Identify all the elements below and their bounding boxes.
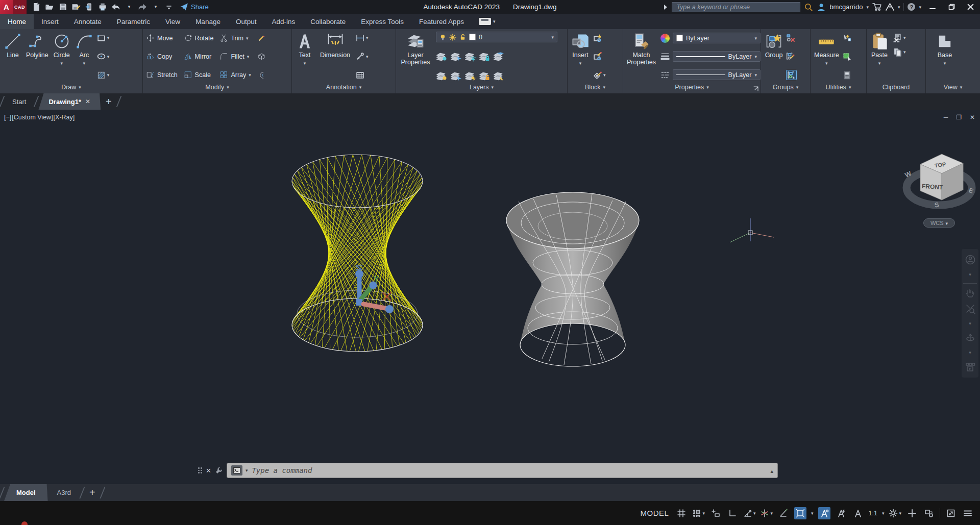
lineweight-icon[interactable] <box>660 52 670 61</box>
id-point-tool[interactable] <box>843 52 851 62</box>
pan-hand-icon[interactable] <box>965 288 976 299</box>
command-drag-handle[interactable] <box>198 467 202 473</box>
panel-label-annotation[interactable]: Annotation <box>292 81 396 93</box>
search-input[interactable] <box>672 2 800 12</box>
undo-dropdown[interactable] <box>124 2 135 13</box>
panel-label-layers[interactable]: Layers <box>396 81 567 93</box>
cut-tool[interactable] <box>893 33 906 43</box>
circle-dropdown[interactable] <box>61 60 63 67</box>
paste-button[interactable]: Paste <box>870 32 889 81</box>
cart-icon[interactable] <box>872 3 882 11</box>
layer-isolate-icon[interactable] <box>450 52 462 62</box>
array-dropdown[interactable] <box>249 71 251 79</box>
circle-tool[interactable]: Circle <box>52 32 71 81</box>
isolate-objects-button[interactable] <box>923 507 935 519</box>
help-dropdown[interactable] <box>919 3 921 11</box>
autodesk-menu-dropdown[interactable] <box>898 3 900 11</box>
layer-properties-button[interactable]: Layer Properties <box>399 32 432 81</box>
viewport-view-control[interactable]: [Custom View] <box>12 114 53 121</box>
ucs-gizmo[interactable] <box>355 266 394 313</box>
panel-label-draw[interactable]: Draw <box>0 81 142 93</box>
panel-label-block[interactable]: Block <box>568 81 623 93</box>
autodesk-logo-icon[interactable] <box>886 3 894 11</box>
panel-label-view[interactable]: View <box>926 81 980 93</box>
new-layout-button[interactable]: + <box>84 484 101 501</box>
help-icon[interactable]: ? <box>908 3 915 11</box>
properties-dialog-launcher[interactable] <box>753 86 758 91</box>
ungroup-tool[interactable] <box>786 33 797 43</box>
linear-dimension-dropdown[interactable] <box>366 33 369 42</box>
ribbon-minimize-dropdown[interactable] <box>493 18 496 26</box>
layer-on-tool-icon[interactable] <box>436 71 448 81</box>
dimension-tool[interactable]: Dimension <box>320 32 351 81</box>
polar-dropdown[interactable] <box>753 509 756 518</box>
object-color-dropdown[interactable]: ByLayer <box>673 33 761 43</box>
annotation-scale-value[interactable]: 1:1 <box>869 510 877 517</box>
panel-label-modify[interactable]: Modify <box>143 81 291 93</box>
file-tab-start[interactable]: Start <box>4 93 34 110</box>
tab-featured-apps[interactable]: Featured Apps <box>411 14 472 29</box>
customization-menu-button[interactable] <box>962 507 974 519</box>
copy-tool[interactable]: Copy <box>146 51 178 62</box>
insert-dropdown[interactable] <box>579 60 582 67</box>
tab-parametric[interactable]: Parametric <box>109 14 158 29</box>
rectangle-dropdown[interactable] <box>107 33 110 42</box>
command-options-caret[interactable] <box>246 466 248 475</box>
user-menu-dropdown[interactable] <box>866 3 869 11</box>
quick-calculator-tool[interactable] <box>843 70 851 80</box>
panel-label-clipboard[interactable]: Clipboard <box>867 81 925 93</box>
isodraft-toggle[interactable] <box>760 507 773 519</box>
trim-tool[interactable]: Trim <box>219 33 251 43</box>
color-wheel-icon[interactable] <box>660 34 670 43</box>
layer-thaw-tool-icon[interactable] <box>464 71 477 81</box>
rotate-tool[interactable]: Rotate <box>184 33 214 43</box>
layer-lock-icon[interactable] <box>479 52 491 62</box>
object-snap-toggle[interactable] <box>794 507 806 519</box>
command-bar[interactable] <box>227 463 778 478</box>
viewcube[interactable]: W S E TOP FRONT WCS <box>901 143 977 232</box>
grid-display-toggle[interactable] <box>675 507 688 519</box>
viewcube-wcs-menu[interactable]: WCS <box>923 218 955 228</box>
lineweight-dropdown[interactable]: ByLayer <box>673 51 761 62</box>
redo-dropdown[interactable] <box>150 2 161 13</box>
viewcube-cube[interactable]: TOP FRONT <box>920 154 963 200</box>
save-to-mobile-button[interactable] <box>84 2 95 13</box>
share-button[interactable]: Share <box>180 3 209 11</box>
group-button[interactable]: Group <box>764 32 783 81</box>
viewport-minimize-control[interactable]: [−] <box>4 114 11 121</box>
save-as-button[interactable] <box>70 2 82 13</box>
tab-view[interactable]: View <box>158 14 188 29</box>
leader-dropdown[interactable] <box>366 52 369 61</box>
group-edit-tool[interactable] <box>786 52 797 62</box>
text-dropdown[interactable] <box>304 60 306 67</box>
orbit-dropdown[interactable] <box>969 347 971 357</box>
linetype-dropdown[interactable]: ByLayer <box>673 69 761 80</box>
mirror-tool[interactable]: Mirror <box>184 51 214 62</box>
annotation-visibility-toggle[interactable] <box>818 507 830 519</box>
ellipse-tool[interactable] <box>97 52 110 62</box>
zoom-extents-icon[interactable] <box>965 303 976 314</box>
attributes-dropdown[interactable] <box>603 70 606 80</box>
isodraft-dropdown[interactable] <box>770 509 773 518</box>
snap-dropdown[interactable] <box>702 509 705 518</box>
panel-label-groups[interactable]: Groups <box>761 81 810 93</box>
edit-attributes-tool[interactable] <box>593 70 606 80</box>
arc-dropdown[interactable] <box>83 60 86 67</box>
search-expand-icon[interactable] <box>663 4 668 10</box>
restore-window-button[interactable] <box>944 0 959 14</box>
search-icon[interactable] <box>804 3 813 12</box>
drawing-canvas[interactable] <box>0 110 980 484</box>
viewport-restore-icon[interactable]: ❐ <box>956 114 962 121</box>
tab-express-tools[interactable]: Express Tools <box>353 14 411 29</box>
snap-mode-toggle[interactable] <box>692 507 705 519</box>
command-history-caret[interactable] <box>770 466 773 475</box>
layer-select-dropdown[interactable]: 0 <box>436 32 557 42</box>
layer-freeze-icon[interactable] <box>464 52 477 62</box>
layout-tab-a3rd[interactable]: A3rd <box>48 484 80 501</box>
annotation-autoscale-toggle[interactable] <box>835 507 847 519</box>
leader-tool[interactable] <box>356 52 369 62</box>
tab-home[interactable]: Home <box>0 14 34 29</box>
redo-button[interactable] <box>137 2 148 13</box>
layer-off-icon[interactable] <box>436 52 448 62</box>
tab-add-ins[interactable]: Add-ins <box>264 14 303 29</box>
